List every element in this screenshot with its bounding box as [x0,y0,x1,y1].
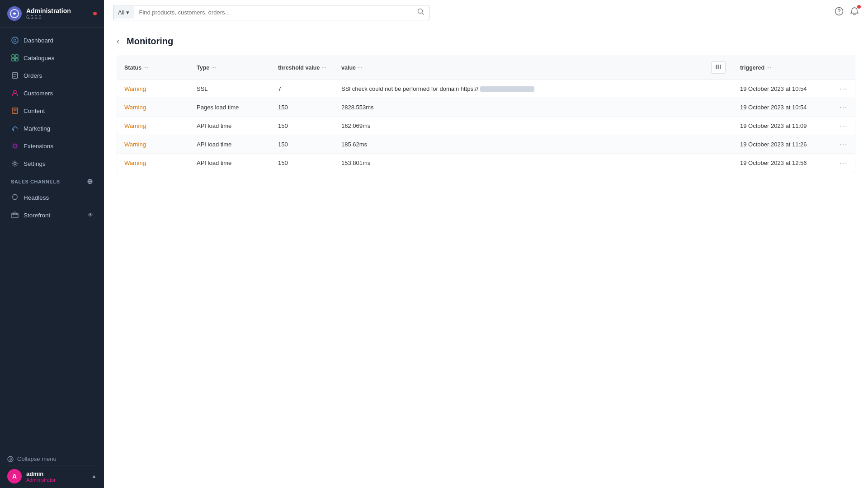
col-header-status[interactable]: Status ··· [117,56,189,80]
row-actions-button[interactable]: ··· [840,141,848,148]
cell-status: Warning [117,98,189,117]
sidebar-item-catalogues-label: Catalogues [24,55,54,61]
main-area: All ▾ ‹ Monitoring [104,0,868,488]
col-header-triggered[interactable]: triggered ··· [733,56,832,80]
catalogues-icon [11,54,19,62]
table-header-row: Status ··· Type ··· thre [117,56,855,80]
sidebar-item-catalogues[interactable]: Catalogues [4,49,100,66]
cell-type: SSL [189,80,271,98]
storefront-icon [11,211,19,219]
row-actions-button[interactable]: ··· [840,122,848,129]
cell-status: Warning [117,80,189,98]
search-filter-button[interactable]: All ▾ [113,6,134,19]
sidebar-item-marketing-label: Marketing [24,125,50,132]
help-button[interactable] [835,7,844,18]
sidebar-item-customers-label: Customers [24,90,53,97]
brand-name: Administration [26,7,71,14]
table-row: Warning API load time 150 185.62ms 19 Oc… [117,135,855,154]
table-row: Warning SSL 7 SSl check could not be per… [117,80,855,98]
sidebar-nav: Dashboard Catalogues Orders Customers Co… [0,28,104,448]
svg-point-8 [14,91,16,94]
search-filter-chevron: ▾ [126,9,129,16]
user-menu-chevron[interactable]: ▲ [91,473,97,479]
row-actions-button[interactable]: ··· [840,103,848,111]
type-col-options[interactable]: ··· [211,65,216,70]
sidebar-item-customers[interactable]: Customers [4,84,100,102]
topbar: All ▾ [104,0,868,25]
status-dot [93,12,97,15]
dashboard-icon [11,36,19,44]
cell-actions[interactable]: ··· [832,117,855,135]
row-actions-button[interactable]: ··· [840,159,848,166]
cell-actions[interactable]: ··· [832,154,855,172]
row-actions-button[interactable]: ··· [840,85,848,92]
cell-actions[interactable]: ··· [832,135,855,154]
sidebar-item-content[interactable]: Content [4,102,100,119]
status-col-options[interactable]: ··· [143,65,148,70]
cell-value: SSl check could not be performed for dom… [334,80,733,98]
sales-channels-label: Sales Channels [11,179,60,184]
marketing-icon [11,124,19,132]
topbar-actions [835,7,859,18]
cell-value: 162.069ms [334,117,733,135]
search-input[interactable] [134,6,413,19]
cell-status: Warning [117,117,189,135]
cell-type: Pages load time [189,98,271,117]
table-row: Warning Pages load time 150 2828.553ms 1… [117,98,855,117]
cell-triggered: 19 October 2023 at 10:54 [733,98,832,117]
cell-triggered: 19 October 2023 at 10:54 [733,80,832,98]
sidebar-footer: Collapse menu A admin Administrator ▲ [0,448,104,488]
threshold-col-options[interactable]: ··· [321,65,326,70]
search-bar: All ▾ [113,5,429,20]
page-header: ‹ Monitoring [117,36,855,47]
table-row: Warning API load time 150 162.069ms 19 O… [117,117,855,135]
collapse-menu-button[interactable]: Collapse menu [7,453,97,465]
col-header-type[interactable]: Type ··· [189,56,271,80]
cell-type: API load time [189,135,271,154]
sidebar-header: Administration 6.5.6.0 [0,0,104,28]
content-icon [11,107,19,115]
sidebar-item-extensions-label: Extensions [24,143,53,150]
monitoring-table: Status ··· Type ··· thre [117,56,855,172]
sales-channels-add-button[interactable]: ⊕ [87,177,93,186]
sidebar-item-storefront[interactable]: Storefront 👁 [4,206,100,224]
user-info: admin Administrator [26,470,56,483]
user-role: Administrator [26,477,56,483]
sidebar-item-headless[interactable]: Headless [4,189,100,206]
svg-rect-4 [15,55,18,57]
svg-rect-18 [718,65,719,69]
value-col-options[interactable]: ··· [358,65,363,70]
table-row: Warning API load time 150 153.801ms 19 O… [117,154,855,172]
redacted-domain [480,86,534,92]
cell-actions[interactable]: ··· [832,80,855,98]
notifications-button[interactable] [850,7,859,18]
sidebar-item-extensions[interactable]: Extensions [4,137,100,155]
back-button[interactable]: ‹ [117,37,119,46]
cell-type: API load time [189,154,271,172]
svg-rect-7 [12,73,18,78]
cell-threshold: 150 [271,98,334,117]
customers-icon [11,89,19,97]
sidebar-item-headless-label: Headless [24,194,49,201]
col-header-threshold[interactable]: threshold value ··· [271,56,334,80]
sidebar-item-dashboard[interactable]: Dashboard [4,32,100,49]
col-header-actions [832,56,855,80]
search-submit-button[interactable] [413,5,429,20]
headless-icon [11,193,19,202]
col-header-value[interactable]: value ··· [334,56,733,80]
svg-rect-5 [12,58,14,61]
user-name: admin [26,470,56,477]
sidebar-item-orders[interactable]: Orders [4,67,100,84]
sidebar-item-marketing[interactable]: Marketing [4,120,100,137]
page-content: ‹ Monitoring Status ··· [104,25,868,488]
sidebar-item-settings[interactable]: Settings [4,155,100,172]
table-body: Warning SSL 7 SSl check could not be per… [117,80,855,172]
cell-status: Warning [117,135,189,154]
page-title: Monitoring [127,36,173,47]
table-columns-button[interactable] [711,61,726,74]
sidebar-item-content-label: Content [24,108,45,114]
cell-actions[interactable]: ··· [832,98,855,117]
triggered-col-options[interactable]: ··· [766,65,771,70]
cell-triggered: 19 October 2023 at 12:56 [733,154,832,172]
cell-value: 2828.553ms [334,98,733,117]
